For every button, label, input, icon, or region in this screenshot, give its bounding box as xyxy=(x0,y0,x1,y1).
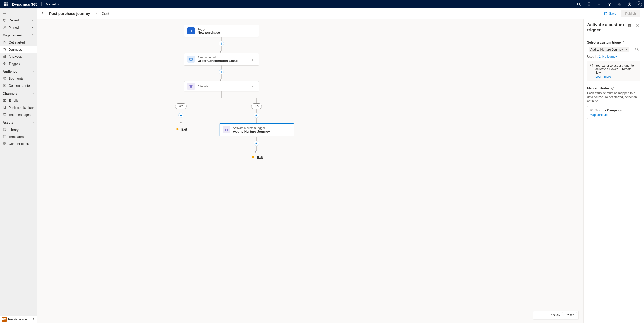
bolt-icon xyxy=(3,61,7,66)
nav-get-started[interactable]: Get started xyxy=(0,39,37,46)
search-icon[interactable] xyxy=(635,47,639,52)
nav-pinned[interactable]: Pinned xyxy=(0,24,37,31)
nav-content-blocks[interactable]: Content blocks xyxy=(0,140,37,147)
node-email[interactable]: Send an email Order Confirmation Email ⋮ xyxy=(184,53,259,66)
info-icon[interactable] xyxy=(611,87,614,90)
nav-emails[interactable]: Emails xyxy=(0,97,37,104)
svg-rect-45 xyxy=(605,14,607,15)
nav-label: Content blocks xyxy=(9,142,30,146)
used-in-link[interactable]: 1 live journey xyxy=(599,55,617,58)
publish-button[interactable]: Publish xyxy=(621,10,640,17)
gear-icon[interactable] xyxy=(616,1,623,8)
chevron-up-icon xyxy=(31,70,35,73)
back-button[interactable] xyxy=(41,11,46,16)
trigger-select-input[interactable]: Add to Nurture Journey ✕ xyxy=(587,46,640,53)
node-trigger[interactable]: Trigger New purchase xyxy=(184,25,259,37)
node-custom-trigger[interactable]: Activate a custom trigger Add to Nurture… xyxy=(220,123,294,136)
nav-templates[interactable]: Templates xyxy=(0,133,37,140)
svg-point-21 xyxy=(3,48,4,49)
nav-text[interactable]: Text messages xyxy=(0,111,37,118)
sidebar-footer[interactable]: RM Real-time marketi... xyxy=(0,316,37,323)
group-engagement[interactable]: Engagement xyxy=(0,31,37,39)
map-attribute-link[interactable]: Map attribute xyxy=(590,113,638,117)
attribute-card[interactable]: Source Campaign Map attribute xyxy=(587,106,640,119)
node-title: Order Confirmation Email xyxy=(198,59,238,63)
segments-icon xyxy=(3,76,7,80)
status-dot xyxy=(96,13,97,14)
nav-journeys[interactable]: Journeys xyxy=(0,46,37,53)
main-area: Post purchase journey Draft Save Publish… xyxy=(37,8,644,323)
save-label: Save xyxy=(609,12,617,15)
svg-rect-39 xyxy=(5,142,6,143)
hamburger-icon[interactable] xyxy=(0,8,37,17)
more-icon[interactable]: ⋮ xyxy=(285,127,291,132)
lightbulb-icon[interactable] xyxy=(585,1,592,8)
panel-title: Activate a custom trigger xyxy=(587,22,624,33)
module-name[interactable]: Marketing xyxy=(46,2,60,6)
nav-triggers[interactable]: Triggers xyxy=(0,60,37,67)
exit-yes: Exit xyxy=(176,128,187,131)
svg-point-51 xyxy=(190,87,191,88)
nav-push[interactable]: Push notifications xyxy=(0,104,37,111)
more-icon[interactable]: ⋮ xyxy=(250,84,255,89)
user-avatar[interactable]: # xyxy=(636,1,642,7)
clock-icon xyxy=(3,18,7,22)
svg-point-14 xyxy=(619,4,620,5)
nav-label: Get started xyxy=(9,40,25,44)
properties-panel: Activate a custom trigger Select a custo… xyxy=(583,19,644,323)
chip-remove-icon[interactable]: ✕ xyxy=(625,48,628,51)
nav-analytics[interactable]: Analytics xyxy=(0,53,37,60)
add-step-button[interactable]: + xyxy=(219,41,224,46)
group-label: Engagement xyxy=(3,33,22,37)
add-step-button[interactable]: + xyxy=(219,69,224,74)
group-channels[interactable]: Channels xyxy=(0,89,37,97)
nav-label: Push notifications xyxy=(9,106,34,110)
add-step-button[interactable]: + xyxy=(178,113,183,118)
sms-icon xyxy=(3,113,7,117)
templates-icon xyxy=(3,135,7,139)
mail-icon xyxy=(187,56,195,63)
node-title: Add to Nurture Journey xyxy=(233,130,270,133)
delete-button[interactable] xyxy=(626,22,632,28)
more-icon[interactable]: ⋮ xyxy=(250,57,255,62)
help-icon[interactable] xyxy=(626,1,633,8)
play-icon xyxy=(3,40,7,44)
field-icon xyxy=(590,109,593,112)
select-trigger-label: Select a custom trigger * xyxy=(587,41,640,44)
svg-point-30 xyxy=(4,108,5,109)
branch-yes[interactable]: Yes xyxy=(175,103,187,109)
group-assets[interactable]: Assets xyxy=(0,118,37,126)
zoom-reset-button[interactable]: Reset xyxy=(562,312,577,318)
svg-point-16 xyxy=(629,5,629,5)
nav-library[interactable]: Library xyxy=(0,126,37,133)
attribute-name: Source Campaign xyxy=(595,109,622,112)
node-label: Trigger xyxy=(198,28,220,31)
svg-rect-44 xyxy=(605,12,606,13)
close-button[interactable] xyxy=(634,22,640,28)
zoom-out-button[interactable]: − xyxy=(535,312,541,318)
zoom-in-button[interactable]: + xyxy=(543,312,549,318)
branch-no[interactable]: No xyxy=(251,103,262,109)
save-button[interactable]: Save xyxy=(602,11,619,16)
sidebar: Recent Pinned Engagement Get started Jou… xyxy=(0,8,37,323)
add-icon[interactable] xyxy=(595,1,603,8)
nav-segments[interactable]: Segments xyxy=(0,75,37,82)
node-attribute[interactable]: Attribute ⋮ xyxy=(184,81,259,91)
filter-icon[interactable] xyxy=(606,1,613,8)
brand-name[interactable]: Dynamics 365 xyxy=(12,2,37,6)
search-icon[interactable] xyxy=(575,1,582,8)
group-audience[interactable]: Audience xyxy=(0,67,37,75)
trigger-icon xyxy=(187,27,195,34)
chevron-up-icon xyxy=(31,121,35,124)
updown-icon xyxy=(32,318,36,321)
journey-canvas[interactable]: Trigger New purchase + Send an email Ord… xyxy=(37,19,644,323)
add-step-button[interactable]: + xyxy=(254,113,259,118)
add-step-button[interactable]: + xyxy=(254,141,259,146)
learn-more-link[interactable]: Learn more xyxy=(595,75,638,78)
app-launcher-icon[interactable] xyxy=(2,1,9,8)
nav-consent-center[interactable]: Consent center xyxy=(0,82,37,89)
nav-recent[interactable]: Recent xyxy=(0,17,37,24)
used-in-text: Used in: 1 live journey xyxy=(587,55,640,58)
svg-rect-0 xyxy=(4,3,5,3)
map-attributes-header: Map attributes xyxy=(587,86,640,90)
